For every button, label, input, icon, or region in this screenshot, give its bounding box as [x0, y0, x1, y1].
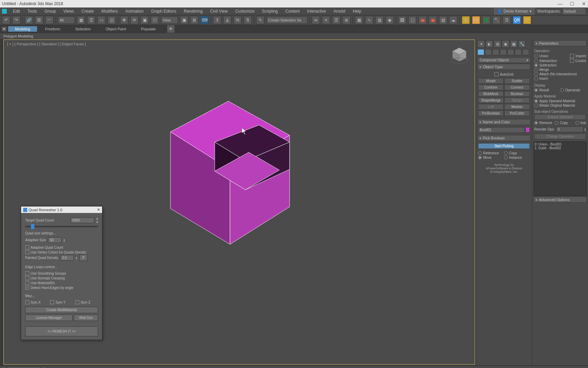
script-icon[interactable]: S [462, 16, 470, 24]
terrain-btn[interactable]: Terrain [504, 97, 530, 103]
morph-btn[interactable]: Morph [478, 78, 504, 84]
insert-radio[interactable]: Insert [534, 76, 586, 81]
apply-operand-radio[interactable]: Apply Operand Material [534, 99, 586, 103]
tab-selection[interactable]: Selection [68, 26, 97, 32]
qr-plugin-icon[interactable]: QR [513, 16, 521, 24]
mesher-btn[interactable]: Mesher [504, 104, 530, 110]
material-editor-icon[interactable]: ◉ [386, 16, 394, 24]
viewcube[interactable] [449, 45, 470, 65]
render-online-icon[interactable]: ☁ [449, 16, 457, 24]
shapemerge-btn[interactable]: ShapeMerge [478, 97, 504, 103]
floorgen-icon[interactable]: Fp [472, 16, 480, 24]
rotate-icon[interactable]: ⟳ [130, 16, 138, 24]
name-color-rollout[interactable]: Name and Color [477, 119, 530, 125]
dialog-close-icon[interactable]: ✕ [97, 208, 100, 212]
edit-selset-icon[interactable]: ✎ [256, 16, 264, 24]
close-icon[interactable]: ✕ [582, 1, 586, 6]
selection-filter[interactable]: All [58, 16, 75, 24]
list-item[interactable]: 1: Subtr - Box002 [535, 146, 586, 150]
move-radio[interactable]: Move [478, 155, 504, 160]
copy2-radio[interactable]: Copy [555, 121, 575, 125]
layer-explorer-icon[interactable]: ≣ [342, 16, 350, 24]
tab-objectpaint[interactable]: Object Paint [99, 26, 133, 32]
render-prod-icon[interactable]: 🫖 [419, 16, 427, 24]
menu-arnold[interactable]: Arnold [330, 8, 349, 14]
target-quad-input[interactable] [70, 217, 94, 223]
mirror-icon[interactable]: ⇋ [312, 16, 320, 24]
blobmesh-btn[interactable]: BlobMesh [478, 91, 504, 97]
connect-btn[interactable]: Connect [504, 85, 530, 90]
merge-radio[interactable]: Merge [534, 67, 586, 72]
keyboard-shortcut-icon[interactable]: ⌨ [200, 16, 209, 24]
smoothing-groups-check[interactable]: Use Smoothing Groups [25, 271, 98, 276]
hard-edges-check[interactable]: Detect Hard-Edges by angle [25, 285, 98, 290]
list-icon[interactable]: ☰ [503, 16, 511, 24]
target-quad-slider[interactable] [25, 226, 98, 227]
create-multimat-btn[interactable]: Create MultiMaterial [25, 307, 98, 313]
shapes-subtab-icon[interactable] [485, 49, 492, 55]
create-tab-icon[interactable]: ✦ [477, 40, 485, 48]
named-selset-dropdown[interactable]: Create Selection Se [266, 16, 307, 24]
scrub-value[interactable]: 0 / 100 [7, 367, 41, 368]
attach-radio[interactable]: Attach (No Intersections) [534, 72, 586, 76]
undo-icon[interactable]: ↶ [2, 16, 10, 24]
minimize-icon[interactable]: — [558, 1, 562, 6]
symy-check[interactable]: Sym Y [50, 300, 73, 305]
ref-coord-dropdown[interactable]: View [161, 16, 178, 24]
remove-radio[interactable]: Remove [534, 121, 555, 125]
helpers-subtab-icon[interactable] [507, 49, 514, 55]
menu-create[interactable]: Create [78, 8, 97, 14]
unlink-icon[interactable]: ⛓ [35, 16, 43, 24]
loft-btn[interactable]: Loft [478, 104, 504, 110]
ref-radio[interactable]: Reference [478, 151, 504, 155]
inst-radio[interactable]: Inst [575, 121, 586, 125]
retain-original-radio[interactable]: Retain Original Material [534, 103, 586, 108]
spinner-snap-icon[interactable]: ⇅ [244, 16, 252, 24]
menu-scripting[interactable]: Scripting [259, 8, 281, 14]
operands-list[interactable]: 0: Union - Box001 1: Subtr - Box002 [534, 141, 587, 196]
menu-animation[interactable]: Animation [122, 8, 147, 14]
symx-check[interactable]: Sym X [25, 300, 48, 305]
copy-radio[interactable]: Copy [504, 151, 530, 155]
workspaces-dropdown[interactable]: Default [562, 7, 586, 15]
list-item[interactable]: 0: Union - Box001 [535, 142, 586, 146]
ribbon-min-icon[interactable]: ▾ [1, 26, 7, 32]
maximize-icon[interactable]: ☐ [570, 1, 574, 6]
align-icon[interactable]: ≡ [322, 16, 330, 24]
parameters-rollout[interactable]: Parameters [534, 40, 587, 46]
pick-boolean-rollout[interactable]: Pick Boolean [477, 135, 530, 141]
snap-3d-icon[interactable]: 3 [213, 16, 221, 24]
normals-creasing-check[interactable]: Use Normals Creasing [25, 276, 98, 280]
render-active-icon[interactable]: ▤ [439, 16, 447, 24]
systems-subtab-icon[interactable] [522, 49, 529, 55]
intersection-radio[interactable]: Intersection [534, 58, 570, 63]
operands-radio[interactable]: Operands [560, 88, 586, 92]
cameras-subtab-icon[interactable] [500, 49, 507, 55]
pivot-icon[interactable]: ▣ [180, 16, 188, 24]
menu-help[interactable]: Help [349, 8, 365, 14]
cookie-check[interactable]: Cookie [570, 58, 586, 63]
spinner-arrows-3[interactable]: ▴▾ [76, 256, 77, 260]
spinner-arrows[interactable]: ▴▾ [96, 216, 98, 224]
bind-icon[interactable]: 〰 [45, 16, 53, 24]
ribbon-toggle-btn[interactable]: 👁 [167, 25, 175, 33]
material-ids-check[interactable]: Use MaterialIDs [25, 280, 98, 285]
window-crossing-icon[interactable]: ◫ [108, 16, 116, 24]
scatter-btn[interactable]: Scatter [504, 78, 530, 84]
app-menu-icon[interactable] [2, 9, 7, 14]
schematic-icon[interactable]: ▥ [375, 16, 383, 24]
render-framewin-icon[interactable]: ▢ [408, 16, 416, 24]
remesh-btn[interactable]: << REMESH IT >> [25, 326, 98, 336]
adaptive-quad-check[interactable]: Adaptive Quad Count [25, 245, 98, 250]
menu-content[interactable]: Content [282, 8, 303, 14]
geom-subtab-icon[interactable] [477, 49, 484, 55]
color-swatch[interactable] [525, 127, 530, 133]
modify-tab-icon[interactable]: ◐ [486, 40, 493, 48]
tab-modeling[interactable]: Modeling [8, 26, 37, 32]
menu-grapheditors[interactable]: Graph Editors [148, 8, 180, 14]
menu-views[interactable]: Views [60, 8, 78, 14]
reorder-input[interactable] [556, 126, 583, 132]
lights-subtab-icon[interactable] [492, 49, 499, 55]
snap-angle-icon[interactable]: ∡ [223, 16, 231, 24]
instance-radio[interactable]: Instance [504, 155, 530, 160]
